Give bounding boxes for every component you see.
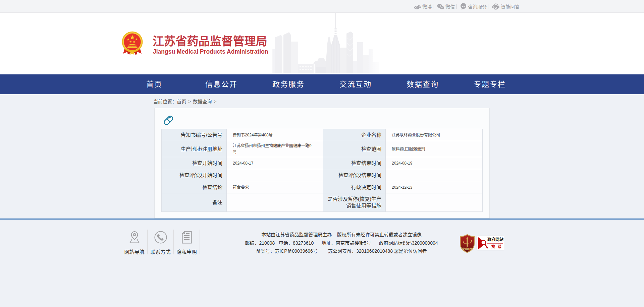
svg-text:党政机关: 党政机关: [462, 247, 472, 251]
svg-text:政府网站: 政府网站: [487, 237, 503, 242]
svg-text:找错: 找错: [491, 244, 504, 249]
